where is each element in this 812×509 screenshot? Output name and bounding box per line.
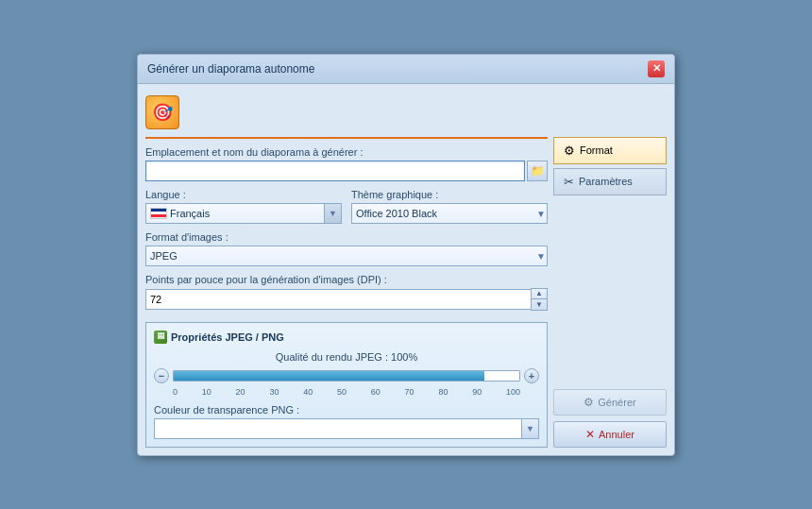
location-group: Emplacement et nom du diaporama à génére…	[145, 146, 548, 181]
location-label: Emplacement et nom du diaporama à génére…	[145, 146, 548, 158]
png-label: Couleur de transparence PNG :	[154, 404, 539, 416]
tick-70: 70	[405, 387, 414, 397]
left-panel: 🎯 Emplacement et nom du diaporama à géné…	[145, 92, 548, 448]
quality-decrease-button[interactable]: −	[154, 368, 169, 383]
tick-50: 50	[337, 387, 347, 397]
dialog-body: 🎯 Emplacement et nom du diaporama à géné…	[138, 84, 674, 455]
png-section: Couleur de transparence PNG : ▼	[154, 404, 539, 439]
tick-90: 90	[472, 387, 482, 397]
right-panel: ⚙ Format ✂ Paramètres ⚙ Générer ✕ Annule…	[553, 92, 667, 448]
jpeg-box-title: 🖼 Propriétés JPEG / PNG	[154, 331, 539, 344]
cancel-icon: ✕	[585, 428, 595, 441]
format-group: Format d'images : JPEG ▼	[145, 231, 548, 266]
jpeg-icon: 🖼	[154, 331, 167, 344]
tab-format[interactable]: ⚙ Format	[553, 137, 667, 164]
language-select[interactable]: Français ▼	[145, 203, 342, 224]
cancel-label: Annuler	[599, 429, 634, 440]
tab-parameters[interactable]: ✂ Paramètres	[553, 168, 667, 195]
location-input-row: 📁	[145, 161, 548, 181]
close-button[interactable]: ✕	[648, 60, 665, 77]
quality-increase-button[interactable]: +	[524, 368, 539, 383]
generate-label: Générer	[598, 397, 635, 408]
png-color-picker[interactable]: ▼	[154, 418, 539, 439]
tick-80: 80	[438, 387, 448, 397]
tick-60: 60	[371, 387, 381, 397]
tick-0: 0	[173, 387, 178, 397]
app-icon: 🎯	[145, 95, 179, 129]
dpi-spinner: ▲ ▼	[531, 288, 548, 311]
location-input[interactable]	[145, 161, 525, 181]
cancel-button[interactable]: ✕ Annuler	[553, 421, 667, 448]
tick-10: 10	[202, 387, 211, 397]
dpi-group: Points par pouce pour la génération d'im…	[145, 274, 548, 311]
format-select[interactable]: JPEG	[145, 246, 548, 266]
tick-100: 100	[506, 387, 520, 397]
dpi-input[interactable]	[145, 289, 531, 310]
quality-slider-fill	[174, 371, 484, 381]
language-group: Langue : Français ▼	[145, 189, 342, 224]
format-select-wrapper: JPEG ▼	[145, 246, 548, 266]
theme-select-wrapper: Office 2010 Black ▼	[351, 203, 548, 224]
france-flag	[150, 208, 167, 219]
bottom-buttons: ⚙ Générer ✕ Annuler	[553, 370, 667, 448]
jpeg-properties-box: 🖼 Propriétés JPEG / PNG Qualité du rendu…	[145, 322, 548, 448]
dialog-window: Générer un diaporama autonome ✕ 🎯 Emplac…	[137, 54, 675, 456]
slider-row: − +	[154, 368, 539, 383]
format-tab-label: Format	[580, 144, 613, 156]
icon-area: 🎯	[145, 92, 548, 139]
png-color-area	[155, 419, 521, 438]
lang-theme-row: Langue : Français ▼	[145, 189, 548, 224]
dpi-down-button[interactable]: ▼	[532, 299, 547, 310]
quality-slider-track[interactable]	[173, 370, 520, 382]
slider-ticks: 0 10 20 30 40 50 60 70 80 90 100	[154, 387, 539, 397]
tick-30: 30	[269, 387, 279, 397]
tick-40: 40	[303, 387, 313, 397]
language-label: Langue :	[145, 189, 342, 200]
flag-display: Français	[146, 208, 324, 219]
language-value: Français	[170, 208, 210, 219]
theme-select[interactable]: Office 2010 Black	[351, 203, 548, 224]
quality-label: Qualité du rendu JPEG : 100%	[154, 351, 539, 363]
title-bar: Générer un diaporama autonome ✕	[138, 55, 674, 84]
format-tab-icon: ⚙	[564, 144, 575, 158]
dpi-input-row: ▲ ▼	[145, 288, 548, 311]
tick-20: 20	[236, 387, 245, 397]
dpi-label: Points par pouce pour la génération d'im…	[145, 274, 548, 285]
jpeg-section-title: Propriétés JPEG / PNG	[171, 331, 284, 343]
dpi-up-button[interactable]: ▲	[532, 289, 547, 299]
theme-label: Thème graphique :	[351, 189, 548, 200]
png-dropdown-arrow[interactable]: ▼	[521, 419, 538, 438]
format-label: Format d'images :	[145, 231, 548, 243]
language-dropdown-arrow[interactable]: ▼	[324, 204, 341, 223]
theme-group: Thème graphique : Office 2010 Black ▼	[351, 189, 548, 224]
dialog-title: Générer un diaporama autonome	[147, 62, 314, 76]
parameters-tab-icon: ✂	[564, 175, 574, 189]
browse-button[interactable]: 📁	[527, 161, 548, 181]
generate-button[interactable]: ⚙ Générer	[553, 389, 667, 416]
generate-icon: ⚙	[584, 396, 594, 409]
parameters-tab-label: Paramètres	[579, 176, 633, 187]
